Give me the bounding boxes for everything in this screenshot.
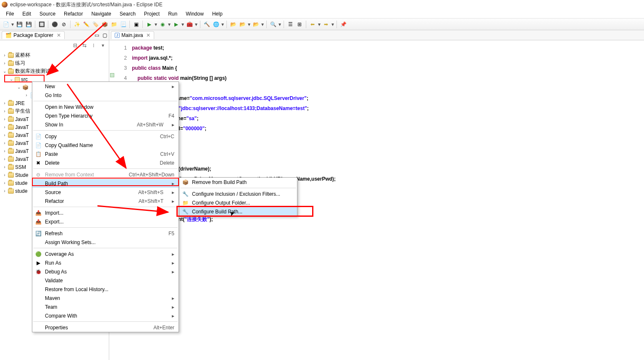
menu-item[interactable]: Validate [32, 276, 179, 285]
menu-item[interactable]: Build Path▸ [32, 179, 179, 188]
dropdown-icon[interactable]: ▾ [278, 20, 281, 29]
menu-refactor[interactable]: Refactor [60, 10, 87, 18]
chevron-right-icon[interactable]: › [24, 93, 29, 97]
chevron-right-icon[interactable]: › [3, 189, 7, 193]
menu-item[interactable]: Open in New Window [32, 102, 179, 111]
collapse-all-icon[interactable]: ⊟ [72, 42, 79, 49]
menu-item[interactable]: Restore from Local History... [32, 285, 179, 294]
chevron-right-icon[interactable]: › [3, 141, 7, 145]
menu-item[interactable]: 📥Import... [32, 208, 179, 217]
pin-icon[interactable]: 📌 [339, 20, 347, 29]
tag-icon[interactable]: 🏷️ [91, 20, 100, 29]
filter-icon[interactable]: ⊞ [295, 20, 304, 29]
menu-file[interactable]: File [2, 10, 18, 18]
folder-icon[interactable]: 📁 [110, 20, 118, 29]
menu-item[interactable]: 🟢Coverage As▸ [32, 250, 179, 258]
menu-run[interactable]: Run [164, 10, 181, 18]
view-menu-icon[interactable]: ▾ [100, 42, 106, 49]
project-item[interactable]: ⌄数据库连接测试 [0, 67, 109, 75]
menu-item[interactable]: Go Into [32, 91, 179, 100]
terminal-icon[interactable]: ▣ [132, 20, 140, 29]
dropdown-icon[interactable]: ▾ [11, 20, 14, 29]
build-path-submenu[interactable]: 📦Remove from Build Path🔧Configure Inclus… [179, 177, 297, 216]
pencil-icon[interactable]: ✏️ [82, 20, 90, 29]
ext-tools-icon[interactable]: 🧰 [185, 20, 194, 29]
menu-item[interactable]: 🔄RefreshF5 [32, 229, 179, 238]
dropdown-icon[interactable]: ▾ [318, 20, 321, 29]
chevron-down-icon[interactable]: ⌄ [3, 69, 7, 74]
menu-item[interactable]: 📄CopyCtrl+C [32, 132, 179, 141]
menu-item[interactable]: RefactorAlt+Shift+T▸ [32, 197, 179, 205]
menu-project[interactable]: Project [140, 10, 164, 18]
search-icon[interactable]: 🔍 [269, 20, 277, 29]
menu-item[interactable]: Team▸ [32, 302, 179, 311]
outline-icon[interactable]: ☰ [286, 20, 294, 29]
run-last-icon[interactable]: ▶ [145, 20, 153, 29]
menu-item[interactable]: 🔧Configure Build Path... [179, 207, 297, 216]
chevron-right-icon[interactable]: › [3, 173, 7, 177]
chevron-down-icon[interactable]: ⌄ [9, 77, 13, 81]
menu-item[interactable]: 📤Export... [32, 217, 179, 226]
new-project-icon[interactable]: 📂 [238, 20, 247, 29]
build-icon[interactable]: 🔨 [202, 20, 211, 29]
back-icon[interactable]: ⬅ [308, 20, 317, 29]
menu-item[interactable]: 📁Configure Output Folder... [179, 198, 297, 207]
menu-item[interactable]: 📦Remove from Build Path [179, 178, 297, 187]
menu-item[interactable]: ✖DeleteDelete [32, 158, 179, 167]
editor-tab-main[interactable]: J Main.java ✕ [111, 31, 154, 39]
link-editor-icon[interactable]: ⇆ [81, 42, 88, 49]
coverage-icon[interactable]: ◉ [158, 20, 167, 29]
menu-item[interactable]: Assign Working Sets... [32, 238, 179, 247]
open-type-icon[interactable]: 🔲 [37, 20, 46, 29]
menu-item[interactable]: Show InAlt+Shift+W▸ [32, 120, 179, 129]
chevron-right-icon[interactable]: › [3, 125, 7, 129]
menu-item[interactable]: Compare With▸ [32, 311, 179, 320]
close-icon[interactable]: ✕ [57, 32, 61, 38]
dropdown-icon[interactable]: ▾ [154, 20, 158, 29]
menu-item[interactable]: 📄Copy Qualified Name [32, 141, 179, 150]
menu-item[interactable]: 🔧Configure Inclusion / Exclusion Filters… [179, 189, 297, 198]
package-icon[interactable]: 📦 [100, 20, 109, 29]
menu-window[interactable]: Window [181, 10, 208, 18]
dropdown-icon[interactable]: ▾ [247, 20, 251, 29]
menu-item[interactable]: Maven▸ [32, 294, 179, 302]
forward-icon[interactable]: ➡ [322, 20, 330, 29]
minimize-icon[interactable]: ▭ [93, 32, 101, 38]
chevron-right-icon[interactable]: › [3, 101, 7, 105]
chevron-right-icon[interactable]: › [3, 133, 7, 137]
new-folder-icon[interactable]: 📂 [229, 20, 237, 29]
dropdown-icon[interactable]: ▾ [221, 20, 224, 29]
dropdown-icon[interactable]: ▾ [331, 20, 334, 29]
menu-item[interactable]: Open Type HierarchyF4 [32, 111, 179, 120]
debug-breakpoint-icon[interactable]: ⚫ [50, 20, 59, 29]
menu-item[interactable]: 🐞Debug As▸ [32, 267, 179, 276]
new-icon[interactable]: 📄 [2, 20, 10, 29]
chevron-right-icon[interactable]: › [3, 53, 7, 58]
skip-breakpoints-icon[interactable]: ⊘ [60, 20, 68, 29]
menu-navigate[interactable]: Navigate [87, 10, 115, 18]
chevron-right-icon[interactable]: › [3, 157, 7, 161]
menu-item[interactable]: New▸ [32, 82, 179, 91]
dropdown-icon[interactable]: ▾ [261, 20, 264, 29]
chevron-right-icon[interactable]: › [3, 117, 7, 121]
menu-edit[interactable]: Edit [18, 10, 35, 18]
menu-item[interactable]: ▶Run As▸ [32, 258, 179, 267]
context-menu[interactable]: New▸Go IntoOpen in New WindowOpen Type H… [32, 81, 179, 332]
menu-help[interactable]: Help [208, 10, 227, 18]
save-icon[interactable]: 💾 [15, 20, 24, 29]
package-explorer-tab[interactable]: 🗂️ Package Explorer ✕ [2, 31, 65, 39]
globe-icon[interactable]: 🌐 [212, 20, 220, 29]
close-icon[interactable]: ✕ [146, 32, 150, 38]
wand-icon[interactable]: ✨ [73, 20, 81, 29]
chevron-down-icon[interactable]: ⌄ [17, 85, 21, 89]
chevron-right-icon[interactable]: › [3, 165, 7, 169]
new-package-icon[interactable]: 📂 [252, 20, 260, 29]
annotation-mark[interactable] [110, 73, 114, 77]
dropdown-icon[interactable]: ▾ [168, 20, 171, 29]
maximize-icon[interactable]: ▢ [101, 32, 109, 38]
menu-item[interactable]: PropertiesAlt+Enter [32, 323, 179, 332]
run-icon[interactable]: ▶ [172, 20, 180, 29]
menu-item[interactable]: SourceAlt+Shift+S▸ [32, 188, 179, 197]
menu-search[interactable]: Search [116, 10, 140, 18]
dropdown-icon[interactable]: ▾ [181, 20, 184, 29]
